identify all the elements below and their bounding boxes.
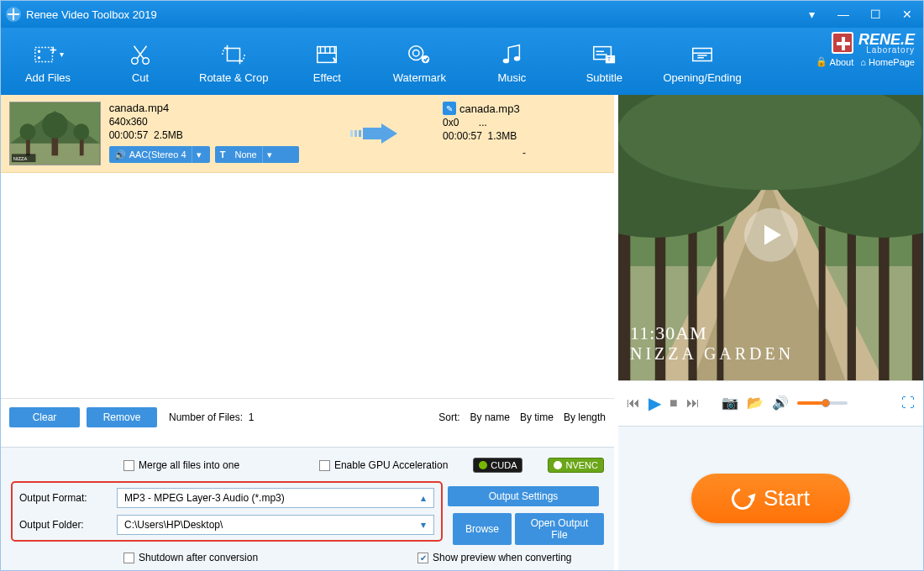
window-dropdown-button[interactable]: ▾ [801, 5, 822, 24]
scissors-icon [128, 39, 153, 70]
svg-rect-43 [848, 218, 856, 380]
output-folder-label: Output Folder: [19, 519, 112, 531]
svg-rect-29 [359, 130, 361, 137]
app-icon [6, 7, 21, 22]
stop-button[interactable]: ■ [669, 396, 678, 411]
svg-point-4 [143, 57, 150, 64]
snapshot-button[interactable]: 📷 [722, 395, 738, 411]
output-dash: - [443, 147, 606, 159]
source-duration-size: 00:00:57 2.5MB [109, 129, 312, 141]
add-files-icon: ▾ [33, 39, 64, 70]
film-icon [314, 39, 339, 70]
add-files-button[interactable]: ▾ Add Files [14, 39, 81, 84]
svg-rect-28 [354, 130, 357, 137]
audio-codec-dropdown[interactable]: 🔊AAC(Stereo 4 ▾ [109, 146, 210, 163]
speaker-icon: 🔊 [114, 149, 126, 160]
music-button[interactable]: Music [478, 39, 545, 84]
clear-button[interactable]: Clear [9, 407, 80, 427]
brand-block: RENE.E Laboratory 🔒About ⌂HomePage [816, 31, 915, 67]
start-button[interactable]: Start [691, 474, 850, 523]
opening-ending-icon [690, 39, 715, 70]
fullscreen-button[interactable]: ⛶ [901, 396, 915, 411]
output-folder-value: C:\Users\HP\Desktop\ [118, 516, 413, 534]
svg-marker-31 [381, 123, 397, 144]
play-overlay-button[interactable] [744, 208, 798, 262]
shutdown-checkbox[interactable]: Shutdown after conversion [123, 552, 258, 563]
svg-rect-5 [228, 48, 240, 60]
chevron-down-icon: ▾ [192, 146, 207, 163]
svg-rect-15 [693, 48, 712, 60]
about-link[interactable]: 🔒About [816, 56, 854, 67]
opening-ending-button[interactable]: Opening/Ending [663, 39, 741, 84]
sort-label: Sort: [438, 411, 459, 423]
svg-point-10 [503, 58, 510, 63]
volume-icon[interactable]: 🔊 [772, 395, 789, 411]
sort-by-length[interactable]: By length [564, 411, 606, 423]
edit-icon[interactable]: ✎ [443, 102, 456, 115]
svg-point-9 [422, 55, 429, 62]
minimize-button[interactable]: ― [832, 5, 854, 24]
svg-rect-44 [819, 226, 826, 380]
chevron-down-icon: ▾ [262, 146, 277, 163]
svg-point-7 [409, 45, 423, 60]
svg-rect-30 [363, 128, 381, 139]
sort-row: Sort: By name By time By length [438, 411, 606, 423]
effect-button[interactable]: Effect [293, 39, 360, 84]
browse-button[interactable]: Browse [453, 513, 512, 545]
svg-point-2 [38, 56, 39, 58]
preview-panel: 11:30AM NIZZA GARDEN [618, 95, 923, 380]
checkbox-icon [123, 553, 134, 563]
crop-icon [221, 39, 246, 70]
rotate-crop-button[interactable]: Rotate & Crop [199, 39, 268, 84]
output-settings-button[interactable]: Output Settings [448, 486, 599, 506]
subtitle-icon: T [591, 39, 617, 70]
open-folder-button[interactable]: 📂 [747, 395, 764, 411]
cuda-badge: CUDA [473, 458, 522, 473]
title-bar: Renee Video Toolbox 2019 ▾ ― ☐ ✕ [1, 1, 923, 28]
remove-button[interactable]: Remove [87, 407, 157, 427]
svg-point-8 [413, 50, 420, 56]
next-button[interactable]: ⏭ [686, 396, 700, 411]
output-highlight-box: Output Format: MP3 - MPEG Layer-3 Audio … [11, 481, 443, 542]
checkbox-icon [319, 460, 330, 471]
subtitle-dropdown[interactable]: T None ▾ [215, 146, 299, 163]
arrow-icon [312, 121, 443, 146]
watermark-icon [407, 39, 432, 70]
svg-text:T: T [607, 55, 612, 63]
checkbox-icon [123, 460, 134, 471]
refresh-icon [727, 484, 758, 514]
svg-point-11 [514, 55, 521, 60]
play-button[interactable]: ▶ [648, 393, 661, 413]
watermark-button[interactable]: Watermark [386, 39, 453, 84]
prev-button[interactable]: ⏮ [627, 396, 640, 411]
main-toolbar: ▾ Add Files Cut Rotate & Crop Effect Wat… [1, 28, 923, 95]
gpu-checkbox[interactable]: Enable GPU Acceleration [319, 459, 448, 471]
sort-by-name[interactable]: By name [470, 411, 510, 423]
subtitle-button[interactable]: T Subtitle [570, 39, 638, 84]
output-format-value: MP3 - MPEG Layer-3 Audio (*.mp3) [118, 489, 413, 507]
preview-checkbox[interactable]: ✔ Show preview when converting [417, 552, 571, 563]
cut-button[interactable]: Cut [107, 39, 174, 84]
close-button[interactable]: ✕ [896, 5, 918, 24]
start-panel: Start [618, 426, 923, 570]
maximize-button[interactable]: ☐ [864, 5, 886, 24]
file-count-label: Number of Files: 1 [169, 411, 254, 423]
chevron-down-icon: ▾ [413, 516, 433, 534]
homepage-link[interactable]: ⌂HomePage [860, 57, 915, 67]
sort-by-time[interactable]: By time [520, 411, 554, 423]
merge-checkbox[interactable]: Merge all files into one [123, 459, 239, 471]
volume-slider[interactable] [797, 401, 848, 405]
file-thumbnail: NIZZA [9, 102, 101, 165]
open-output-button[interactable]: Open Output File [515, 513, 604, 545]
output-format-combobox[interactable]: MP3 - MPEG Layer-3 Audio (*.mp3) ▴ [117, 488, 434, 508]
source-filename: canada.mp4 [109, 102, 312, 114]
file-row[interactable]: NIZZA canada.mp4 640x360 00:00:57 2.5MB … [1, 95, 614, 173]
brand-subtitle: Laboratory [858, 45, 915, 55]
output-folder-combobox[interactable]: C:\Users\HP\Desktop\ ▾ [117, 515, 434, 535]
output-panel: Merge all files into one Enable GPU Acce… [1, 447, 614, 570]
svg-point-23 [19, 123, 35, 139]
preview-overlay-text: 11:30AM NIZZA GARDEN [630, 322, 794, 364]
app-title: Renee Video Toolbox 2019 [26, 8, 157, 21]
add-files-label: Add Files [25, 71, 71, 84]
player-controls: ⏮ ▶ ■ ⏭ 📷 📂 🔊 ⛶ [618, 380, 923, 424]
